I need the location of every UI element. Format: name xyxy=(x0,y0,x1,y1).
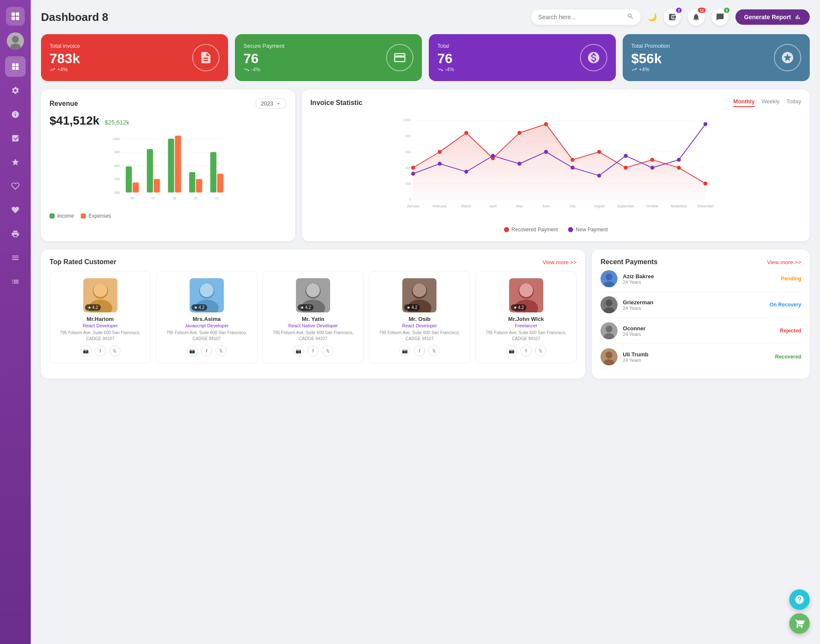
tab-monthly[interactable]: Monthly xyxy=(733,98,755,107)
payment-status-2: Rejected xyxy=(780,328,801,334)
svg-point-50 xyxy=(544,122,548,126)
svg-text:July: July xyxy=(569,204,576,208)
svg-point-59 xyxy=(464,170,468,174)
expenses-dot xyxy=(81,213,86,219)
generate-report-button[interactable]: Generate Report xyxy=(735,9,810,25)
sidebar-item-menu[interactable] xyxy=(5,248,26,268)
svg-text:07: 07 xyxy=(152,196,155,200)
sidebar-item-print[interactable] xyxy=(5,224,26,244)
support-fab[interactable] xyxy=(789,589,810,610)
svg-text:200: 200 xyxy=(405,181,411,186)
twitter-icon-4[interactable]: 𝕏 xyxy=(535,345,546,356)
sidebar-item-dashboard[interactable] xyxy=(5,56,26,77)
instagram-icon-2[interactable]: 📷 xyxy=(293,345,304,356)
svg-point-63 xyxy=(571,166,574,169)
sidebar-item-info[interactable] xyxy=(5,104,26,125)
payment-avatar-2 xyxy=(600,322,618,339)
sidebar-item-chart[interactable] xyxy=(5,128,26,149)
svg-point-51 xyxy=(571,158,574,162)
stat-card-payment: Secure Payment 76 -4% xyxy=(235,34,422,81)
instagram-icon-0[interactable]: 📷 xyxy=(80,345,91,356)
svg-rect-1 xyxy=(16,12,19,16)
twitter-icon-2[interactable]: 𝕏 xyxy=(322,345,333,356)
header-right: 🌙 2 12 5 Generate Report xyxy=(531,9,810,26)
customer-card-2: ★4.2 Mr. Yatin React Native Developer 79… xyxy=(263,271,364,364)
top-customers-card: Top Rated Customer View more >> ★4.2 Mr.… xyxy=(41,250,585,379)
tab-weekly[interactable]: Weekly xyxy=(761,98,779,107)
svg-point-86 xyxy=(200,283,214,297)
search-box xyxy=(531,9,641,25)
facebook-icon-4[interactable]: f xyxy=(521,345,532,356)
svg-point-54 xyxy=(650,158,654,162)
revenue-compare: $25,612k xyxy=(105,119,129,126)
bell-button[interactable]: 12 xyxy=(688,9,705,26)
twitter-icon-3[interactable]: 𝕏 xyxy=(428,345,439,356)
income-dot xyxy=(50,213,55,219)
stat-icon-total xyxy=(580,44,607,71)
svg-point-64 xyxy=(597,174,601,178)
instagram-icon-1[interactable]: 📷 xyxy=(187,345,198,356)
instagram-icon-3[interactable]: 📷 xyxy=(399,345,410,356)
sidebar-item-list[interactable] xyxy=(5,271,26,292)
sidebar-item-favorite[interactable] xyxy=(5,176,26,196)
svg-text:0: 0 xyxy=(409,197,411,201)
wallet-button[interactable]: 2 xyxy=(664,9,681,26)
stat-cards: Total invoice 783k +4% Secure Payment 76… xyxy=(41,34,810,81)
avatar[interactable] xyxy=(7,32,24,50)
customers-view-more[interactable]: View more >> xyxy=(542,259,577,265)
svg-point-47 xyxy=(464,131,468,135)
facebook-icon-0[interactable]: f xyxy=(95,345,106,356)
recovered-dot xyxy=(504,227,509,232)
twitter-icon-1[interactable]: 𝕏 xyxy=(216,345,227,356)
svg-rect-19 xyxy=(147,149,153,192)
sidebar-item-heart[interactable] xyxy=(5,200,26,220)
svg-point-92 xyxy=(413,283,426,297)
twitter-icon-0[interactable]: 𝕏 xyxy=(109,345,120,356)
search-input[interactable] xyxy=(538,14,624,20)
payments-view-more[interactable]: View more >> xyxy=(767,259,801,265)
svg-text:April: April xyxy=(489,204,496,208)
facebook-icon-1[interactable]: f xyxy=(201,345,212,356)
svg-text:06: 06 xyxy=(130,196,134,200)
svg-text:600: 600 xyxy=(405,150,411,154)
payment-avatar-0 xyxy=(600,270,618,287)
dark-mode-toggle[interactable]: 🌙 xyxy=(647,12,657,22)
sidebar-logo[interactable] xyxy=(6,7,25,26)
customer-card-3: ★4.2 Mr. Osib React Developer 795 Folsom… xyxy=(369,271,470,364)
tab-today[interactable]: Today xyxy=(786,98,801,107)
year-selector[interactable]: 2023 xyxy=(255,98,287,109)
instagram-icon-4[interactable]: 📷 xyxy=(506,345,517,356)
svg-text:1000: 1000 xyxy=(112,137,120,141)
svg-point-49 xyxy=(517,131,521,135)
sidebar-item-star[interactable] xyxy=(5,152,26,172)
revenue-header: Revenue 2023 xyxy=(50,98,287,109)
facebook-icon-3[interactable]: f xyxy=(414,345,425,356)
facebook-icon-2[interactable]: f xyxy=(308,345,319,356)
stat-icon-payment xyxy=(386,44,413,71)
svg-text:1000: 1000 xyxy=(403,118,411,122)
svg-point-83 xyxy=(94,283,107,297)
sidebar-item-settings[interactable] xyxy=(5,80,26,101)
svg-rect-2 xyxy=(12,17,15,20)
header: Dashboard 8 🌙 2 12 5 Generat xyxy=(41,9,810,26)
revenue-amount-row: $41,512k $25,612k xyxy=(50,114,287,128)
svg-rect-3 xyxy=(16,17,19,20)
chat-button[interactable]: 5 xyxy=(712,9,729,26)
cart-fab[interactable] xyxy=(789,613,810,634)
invoice-statistic-card: Invoice Statistic Monthly Weekly Today xyxy=(302,90,810,241)
svg-point-95 xyxy=(519,283,533,297)
payment-info-1: Griezerman 24 Years xyxy=(623,299,653,311)
svg-text:June: June xyxy=(542,204,550,208)
social-icons-2: 📷 f 𝕏 xyxy=(268,345,358,356)
chat-badge: 5 xyxy=(724,8,729,13)
svg-rect-25 xyxy=(210,152,216,193)
svg-rect-24 xyxy=(196,179,202,193)
payment-item-2: Oconner 24 Years Rejected xyxy=(600,318,801,344)
payment-status-0: Pending xyxy=(781,276,801,282)
rating-0: ★4.2 xyxy=(85,304,101,311)
customer-photo-4: ★4.2 xyxy=(509,278,543,312)
revenue-legend: Income Expenses xyxy=(50,213,287,219)
svg-point-61 xyxy=(517,162,521,166)
search-icon[interactable] xyxy=(627,13,634,21)
stat-label-invoice: Total invoice xyxy=(50,43,80,49)
